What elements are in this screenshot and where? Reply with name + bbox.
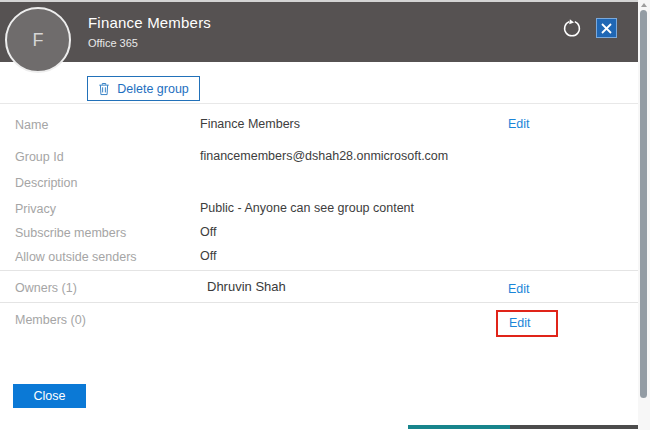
field-label-group-id: Group Id: [15, 150, 64, 164]
trash-icon: [98, 82, 110, 96]
delete-group-label: Delete group: [117, 82, 189, 96]
field-value-group-id: financemembers@dshah28.onmicrosoft.com: [200, 149, 448, 163]
refresh-icon-glyph: [562, 19, 582, 39]
scrollbar[interactable]: [638, 0, 650, 430]
group-avatar: F: [5, 7, 71, 73]
field-label-name: Name: [15, 118, 48, 132]
close-button-label: Close: [34, 389, 66, 403]
delete-group-button[interactable]: Delete group: [87, 76, 200, 101]
scrollbar-up-arrow-icon[interactable]: [641, 3, 647, 7]
close-icon[interactable]: [596, 18, 617, 38]
divider: [0, 270, 638, 271]
refresh-icon[interactable]: [562, 19, 582, 39]
members-label: Members (0): [15, 313, 86, 327]
avatar-letter: F: [33, 30, 44, 51]
edit-name-link[interactable]: Edit: [508, 117, 530, 131]
owners-label: Owners (1): [15, 281, 77, 295]
field-value-allow-outside-senders: Off: [200, 249, 216, 263]
owners-value: Dhruvin Shah: [207, 279, 286, 294]
field-value-subscribe-members: Off: [200, 225, 216, 239]
bottom-teal-bar: [408, 425, 510, 429]
field-label-allow-outside-senders: Allow outside senders: [15, 250, 137, 264]
divider: [0, 103, 638, 104]
edit-owners-link[interactable]: Edit: [508, 282, 530, 296]
field-label-subscribe-members: Subscribe members: [15, 226, 126, 240]
bottom-dark-bar: [510, 425, 640, 429]
panel-header: [0, 2, 638, 62]
field-value-privacy: Public - Anyone can see group content: [200, 201, 414, 215]
close-button[interactable]: Close: [13, 384, 86, 408]
scrollbar-thumb[interactable]: [640, 10, 647, 398]
close-x-glyph: [601, 23, 612, 34]
field-value-name: Finance Members: [200, 117, 300, 131]
field-label-privacy: Privacy: [15, 202, 56, 216]
divider: [0, 302, 638, 303]
field-label-description: Description: [15, 176, 78, 190]
edit-members-link[interactable]: Edit: [509, 316, 531, 330]
panel-subtitle: Office 365: [88, 37, 138, 49]
panel-title: Finance Members: [88, 14, 211, 31]
